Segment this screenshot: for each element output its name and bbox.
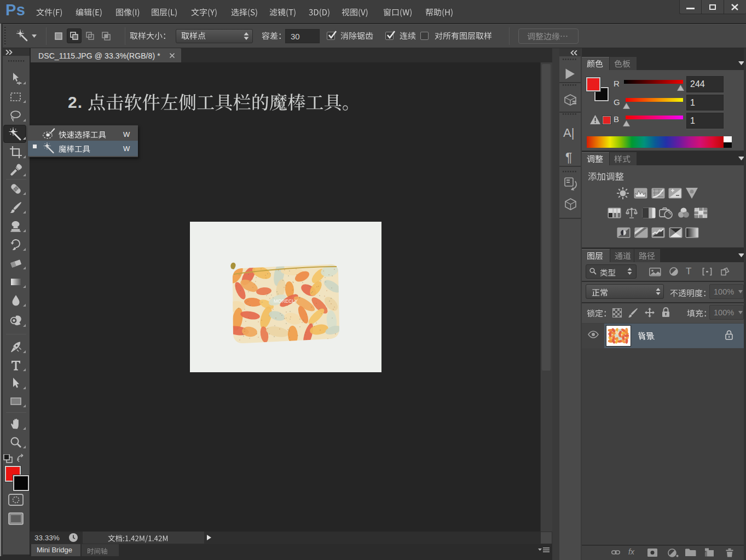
svg-text:MORECLY: MORECLY bbox=[274, 298, 298, 304]
